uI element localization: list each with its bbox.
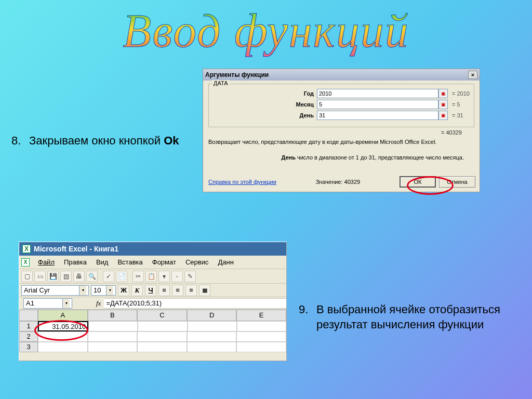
font-name-combo[interactable]: Arial Cyr▾ [21, 285, 89, 296]
select-all-corner[interactable] [19, 310, 38, 321]
menu-edit[interactable]: Правка [60, 257, 91, 267]
permission-icon[interactable]: ▤ [60, 271, 72, 282]
bullet-8: 8. Закрываем окно кнопкой Ok [11, 134, 179, 148]
align-center-icon[interactable]: ≡ [172, 285, 183, 296]
underline-button[interactable]: Ч [145, 285, 156, 296]
fieldset-legend: ДАТА [212, 80, 230, 86]
formula-input[interactable]: =ДАТА(2010;5;31) [104, 298, 286, 309]
cell-b1[interactable] [88, 321, 138, 331]
italic-button[interactable]: К [131, 285, 143, 296]
cell-c1[interactable] [138, 321, 187, 331]
align-left-icon[interactable]: ≡ [158, 285, 170, 296]
cancel-button[interactable]: Отмена [439, 176, 475, 188]
col-header-d[interactable]: D [187, 310, 237, 321]
dialog-titlebar: Аргументы функции × [203, 69, 480, 81]
open-icon[interactable]: ▭ [34, 271, 46, 282]
close-icon[interactable]: × [468, 71, 477, 79]
cell-c2[interactable] [137, 331, 187, 342]
chevron-down-icon[interactable]: ▾ [106, 286, 113, 295]
excel-title: Microsoft Excel - Книга1 [34, 245, 118, 253]
help-link[interactable]: Справка по этой функции [208, 179, 276, 185]
print-icon[interactable]: 🖶 [73, 271, 85, 282]
day-input[interactable] [317, 111, 438, 120]
chevron-down-icon[interactable]: ▾ [62, 299, 70, 308]
row-header-2[interactable]: 2 [19, 331, 38, 342]
menu-view[interactable]: Вид [92, 257, 113, 267]
month-result: = 5 [452, 101, 460, 108]
standard-toolbar: ▢ ▭ 💾 ▤ 🖶 🔍 ✓ 📄 ✂ 📋 ▾ ◦ ✎ [19, 269, 286, 284]
font-size-combo[interactable]: 10▾ [91, 285, 116, 296]
workbook-icon: X [21, 258, 30, 267]
col-header-e[interactable]: E [236, 310, 286, 321]
menu-tools[interactable]: Сервис [181, 257, 213, 267]
slide-title: Ввод функций [0, 0, 532, 58]
col-header-b[interactable]: B [88, 310, 138, 321]
preview-icon[interactable]: 🔍 [86, 271, 98, 282]
args-fieldset: ДАТА Год ▣ = 2010 Месяц ▣ = 5 День ▣ = 3… [208, 84, 474, 127]
cell-b2[interactable] [88, 331, 138, 342]
paste-icon[interactable]: ▾ [158, 271, 170, 282]
excel-titlebar: X Microsoft Excel - Книга1 [19, 242, 286, 256]
year-input[interactable] [317, 89, 438, 98]
arg-description: День число в диапазоне от 1 до 31, предс… [208, 154, 474, 161]
row-header-3[interactable]: 3 [19, 342, 38, 352]
copy-icon[interactable]: 📋 [145, 271, 157, 282]
spreadsheet-grid: A B C D E 1 31.05.2010 2 3 [19, 310, 286, 352]
col-header-c[interactable]: C [137, 310, 187, 321]
bullet-9: 9. В выбранной ячейке отобразиться резул… [299, 302, 532, 332]
month-input[interactable] [317, 100, 438, 109]
menu-file[interactable]: Файл [34, 257, 59, 267]
row-header-1[interactable]: 1 [19, 321, 38, 331]
function-description: Возвращает число, представляющее дату в … [208, 139, 474, 145]
menu-data[interactable]: Данн [214, 257, 237, 267]
merge-icon[interactable]: ≣ [199, 285, 210, 296]
cell-e2[interactable] [236, 331, 286, 342]
bullet-8-num: 8. [11, 134, 26, 148]
align-right-icon[interactable]: ≡ [185, 285, 197, 296]
cell-e3[interactable] [236, 342, 286, 352]
cell-e1[interactable] [237, 321, 286, 331]
new-icon[interactable]: ▢ [21, 271, 33, 282]
excel-window: X Microsoft Excel - Книга1 X Файл Правка… [19, 242, 287, 361]
cell-c3[interactable] [137, 342, 187, 352]
formula-bar: A1▾ fx =ДАТА(2010;5;31) [19, 297, 286, 310]
col-header-a[interactable]: A [38, 310, 88, 321]
cut-icon[interactable]: ✂ [132, 271, 144, 282]
excel-icon: X [22, 245, 31, 253]
formatpainter-icon[interactable]: ◦ [171, 271, 183, 282]
dialog-title: Аргументы функции [205, 71, 269, 78]
save-icon[interactable]: 💾 [47, 271, 59, 282]
menu-format[interactable]: Формат [148, 257, 180, 267]
cell-d3[interactable] [187, 342, 237, 352]
bullet-9-num: 9. [299, 302, 313, 332]
day-result: = 31 [452, 112, 463, 118]
format-toolbar: Arial Cyr▾ 10▾ Ж К Ч ≡ ≡ ≡ ≣ [19, 284, 286, 297]
year-label: Год [213, 90, 317, 97]
spellcheck-icon[interactable]: ✓ [103, 271, 114, 282]
bullet-8-text: Закрываем окно кнопкой Ok [29, 134, 179, 148]
value-label: Значение: 40329 [316, 179, 360, 185]
chevron-down-icon[interactable]: ▾ [79, 286, 86, 295]
research-icon[interactable]: 📄 [116, 271, 127, 282]
cell-a2[interactable] [38, 331, 88, 342]
cell-d1[interactable] [188, 321, 237, 331]
month-label: Месяц [213, 101, 317, 108]
cell-a1[interactable]: 31.05.2010 [38, 321, 88, 331]
bold-button[interactable]: Ж [118, 285, 129, 296]
cell-d2[interactable] [187, 331, 237, 342]
function-result: = 40329 [208, 129, 474, 136]
range-picker-icon[interactable]: ▣ [438, 89, 448, 98]
year-result: = 2010 [452, 90, 470, 97]
range-picker-icon[interactable]: ▣ [438, 111, 448, 120]
fx-icon[interactable]: fx [96, 299, 101, 308]
menu-insert[interactable]: Вставка [113, 257, 147, 267]
undo-icon[interactable]: ✎ [184, 271, 196, 282]
bullet-9-text: В выбранной ячейке отобразиться результа… [316, 302, 532, 332]
ok-button[interactable]: ОК [400, 176, 436, 188]
cell-a3[interactable] [38, 342, 88, 352]
name-box[interactable]: A1▾ [23, 298, 72, 309]
excel-menubar: X Файл Правка Вид Вставка Формат Сервис … [19, 256, 286, 269]
day-label: День [213, 112, 317, 118]
range-picker-icon[interactable]: ▣ [438, 100, 448, 109]
cell-b3[interactable] [88, 342, 138, 352]
